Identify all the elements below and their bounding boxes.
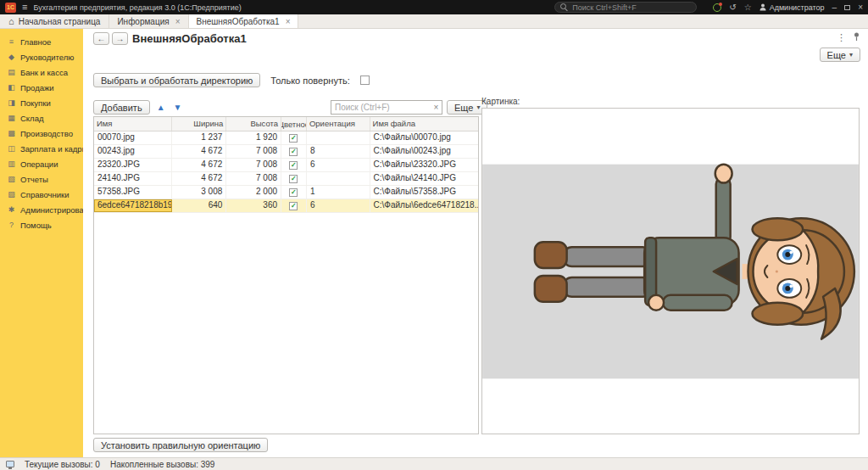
color-checkbox[interactable]: ✓ [289,188,298,197]
table-cell[interactable]: 6 [307,199,370,212]
rotate-only-checkbox[interactable] [360,76,370,85]
table-cell[interactable] [307,172,370,185]
table-cell[interactable]: 23320.JPG [94,159,172,171]
column-header[interactable]: Цветное [281,117,307,131]
table-cell[interactable]: 360 [226,199,281,212]
sidebar-item-administration[interactable]: ✱Администрирование [0,202,83,217]
table-cell[interactable]: C:\Файлы\57358.JPG [370,186,478,199]
column-header[interactable]: Высота [226,117,281,131]
sidebar-item-label: Операции [20,159,58,169]
table-cell[interactable]: 1 [307,186,370,199]
table-cell[interactable]: 640 [172,199,227,212]
table-cell[interactable]: C:\Файлы\24140.JPG [370,172,478,185]
table-cell[interactable]: ✓ [281,131,307,144]
table-cell[interactable]: 1 237 [172,131,227,144]
table-cell[interactable]: C:\Файлы\00243.jpg [370,145,478,158]
home-tab[interactable]: ⌂ Начальная страница [0,14,109,28]
sidebar-item-sales[interactable]: ◧Продажи [0,80,83,95]
user-menu[interactable]: Администратор [760,3,825,12]
process-directory-button[interactable]: Выбрать и обработать директорию [93,73,260,87]
table-cell[interactable]: C:\Файлы\6edce64718218... [370,199,478,212]
sidebar-item-help[interactable]: ?Помощь [0,217,83,232]
table-cell[interactable]: ✓ [281,186,307,199]
sidebar-item-purchases[interactable]: ◨Покупки [0,95,83,110]
table-cell[interactable]: 4 672 [172,145,227,158]
table-cell[interactable]: 24140.JPG [94,172,172,185]
table-cell[interactable] [307,131,370,144]
pin-icon[interactable] [853,32,860,43]
table-cell[interactable]: 7 008 [226,159,281,171]
color-checkbox[interactable]: ✓ [289,202,298,210]
close-icon[interactable]: × [858,3,863,12]
favorites-star-icon[interactable]: ☆ [744,3,752,12]
sidebar-item-main[interactable]: ≡Главное [0,34,83,49]
set-orientation-button[interactable]: Установить правильную ориентацию [93,438,268,452]
maximize-icon[interactable] [844,5,850,10]
minimize-icon[interactable]: – [832,3,837,12]
table-cell[interactable]: 1 920 [226,131,281,144]
sidebar-item-production[interactable]: ▩Производство [0,126,83,141]
window-title: Бухгалтерия предприятия, редакция 3.0 (1… [33,3,241,12]
column-header[interactable]: Ширина [172,117,227,131]
global-search-input[interactable] [572,3,691,12]
color-checkbox[interactable]: ✓ [289,134,298,143]
history-icon[interactable]: ↺ [729,3,736,12]
sidebar-item-bank-cash[interactable]: ▤Банк и касса [0,64,83,80]
files-table: ИмяШиринаВысотаЦветноеОриентацияИмя файл… [93,116,479,434]
sidebar-item-reports[interactable]: ▧Отчеты [0,171,83,187]
table-row[interactable]: 6edce64718218b19fcc865...640360✓6C:\Файл… [94,199,478,213]
table-cell[interactable]: ✓ [281,199,307,212]
tab-close-icon[interactable]: × [286,17,291,26]
sidebar-item-warehouse[interactable]: ▦Склад [0,110,83,126]
back-button[interactable]: ← [93,32,109,45]
list-search[interactable]: × [331,100,442,115]
color-checkbox[interactable]: ✓ [289,148,298,156]
table-cell[interactable]: 7 008 [226,172,281,185]
table-row[interactable]: 24140.JPG4 6727 008✓C:\Файлы\24140.JPG [94,172,478,186]
add-button[interactable]: Добавить [93,100,150,115]
column-header[interactable]: Ориентация [307,117,370,131]
table-cell[interactable]: 00070.jpg [94,131,172,144]
column-header[interactable]: Имя [94,117,172,131]
list-search-input[interactable] [331,103,431,112]
table-row[interactable]: 00070.jpg1 2371 920✓C:\Файлы\00070.jpg [94,131,478,145]
sidebar-item-salary-staff[interactable]: ◫Зарплата и кадры [0,141,83,156]
table-cell[interactable]: 2 000 [226,186,281,199]
sidebar-item-manager[interactable]: ◆Руководителю [0,49,83,64]
table-row[interactable]: 00243.jpg4 6727 008✓8C:\Файлы\00243.jpg [94,145,478,159]
tab-close-icon[interactable]: × [175,17,181,26]
table-cell[interactable]: C:\Файлы\00070.jpg [370,131,478,144]
table-cell[interactable]: 7 008 [226,145,281,158]
form-more-button[interactable]: Еще ▾ [820,48,860,62]
table-row[interactable]: 57358.JPG3 0082 000✓1C:\Файлы\57358.JPG [94,186,478,199]
clear-search-icon[interactable]: × [431,103,442,112]
column-header[interactable]: Имя файла [370,117,478,131]
table-cell[interactable]: 6 [307,159,370,171]
table-cell[interactable]: 00243.jpg [94,145,172,158]
table-cell[interactable]: ✓ [281,172,307,185]
table-row[interactable]: 23320.JPG4 6727 008✓6C:\Файлы\23320.JPG [94,159,478,172]
table-cell[interactable]: 3 008 [172,186,227,199]
table-cell[interactable]: ✓ [281,145,307,158]
sidebar-item-directories[interactable]: ▨Справочники [0,187,83,202]
move-up-button[interactable]: ▲ [155,100,167,115]
color-checkbox[interactable]: ✓ [289,161,298,170]
tab-information[interactable]: Информация× [109,14,188,28]
tab-external-processing[interactable]: ВнешняяОбработка1× [189,14,299,28]
color-checkbox[interactable]: ✓ [289,175,298,183]
forward-button[interactable]: → [112,32,128,45]
table-cell[interactable]: 4 672 [172,159,227,171]
hamburger-icon[interactable]: ≡ [22,3,27,12]
kebab-menu-icon[interactable]: ⋮ [837,32,846,43]
table-cell[interactable]: 57358.JPG [94,186,172,199]
tab-label: Информация [117,17,169,26]
global-search[interactable] [554,2,697,13]
move-down-button[interactable]: ▼ [172,100,184,115]
table-cell[interactable]: 4 672 [172,172,227,185]
table-cell[interactable]: ✓ [281,159,307,171]
table-cell[interactable]: C:\Файлы\23320.JPG [370,159,478,171]
sidebar-item-operations[interactable]: ▥Операции [0,156,83,171]
table-cell[interactable]: 8 [307,145,370,158]
discussions-icon[interactable] [713,3,721,12]
table-cell[interactable]: 6edce64718218b19fcc865... [94,199,172,212]
